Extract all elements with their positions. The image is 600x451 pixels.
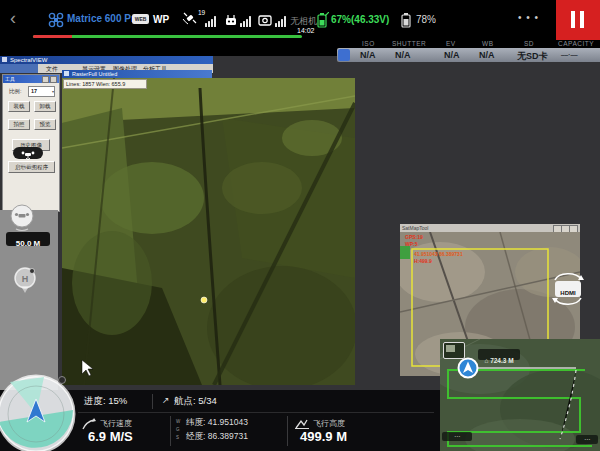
shutter-value[interactable]: N/A [395,50,411,60]
map-annotation-4: H:499.9 [414,258,432,265]
divider [170,416,171,446]
gps-signal-bars [205,16,216,27]
divider [152,394,153,409]
mission-progress-strip-done [33,35,72,38]
tool-dialog: 工具 比例: 17▾ 装载 卸载 拍照 预览 历史图像 启动截图程序 [2,74,60,212]
wb-label: WB [482,40,493,47]
altitude-label: 飞行高度 [313,418,345,429]
more-menu-button[interactable]: • • • [518,12,539,23]
divider [287,416,288,446]
desktop-app-titlebar: SpectralVIEW [0,56,213,64]
raster-status-chip: Lines: 1857 Wlen: 655.9 [63,79,147,89]
desktop-app-title: SpectralVIEW [10,57,47,63]
battery-main-value[interactable]: 67%(46.33V) [331,14,389,25]
back-button[interactable]: ‹ [10,8,16,29]
takeoff-button[interactable] [13,147,43,159]
taskbar-chip[interactable] [0,64,38,73]
dialog-button-1[interactable]: 装载 [8,101,30,112]
latitude-value: 纬度: 41.951043 [186,417,248,429]
waypoint-icon: ↗ [162,395,170,405]
remote-controller-icon[interactable] [224,13,238,27]
datum-wgs: WGS [176,418,180,442]
dialog-button-2[interactable]: 卸载 [34,101,56,112]
gimbal-dot [59,377,66,384]
camera-signal-bars [275,16,286,27]
app-icon [2,57,7,62]
minimap[interactable]: ⌂ 724.3 M ⋯ ⋯ [440,339,600,451]
camera-settings-values: N/A N/A N/A N/A 无SD卡 ‒‒·‒‒ [337,48,600,62]
altitude-tag: 50.0 M [6,232,50,246]
divider [78,412,434,413]
pause-icon [571,11,575,28]
ev-label: EV [446,40,456,47]
map-annotation-3: 41.951043 86.389731 [414,251,463,258]
hdmi-chip: HDMI [555,281,581,297]
mission-progress: 进度: 15% [84,395,127,408]
hdmi-label: HDMI [560,290,575,296]
sd-label: SD [524,40,534,47]
home-pin-icon: H [12,266,38,296]
dialog-minimize-button[interactable] [42,76,49,83]
link-badge: WEB [132,14,149,24]
mission-progress-strip [33,35,302,38]
home-icon: ⌂ [484,357,488,364]
battery-main-icon [315,12,329,28]
map-window-title: SatMapTool [402,225,428,231]
raster-window-icon [64,71,69,76]
aircraft-logo-icon [48,12,64,28]
hdmi-widget[interactable]: HDMI [550,268,586,310]
scale-spinner[interactable]: 17▾ [28,86,55,97]
dialog-button-3[interactable]: 拍照 [8,119,30,130]
app-root: SpectralVIEW 文件 显示设置 图像处理 分析工具 工具 比例: 17… [0,0,600,451]
ev-value[interactable]: N/A [444,50,460,60]
longitude-value: 经度: 86.389731 [186,431,248,443]
dialog-button-4[interactable]: 预览 [34,119,56,130]
pause-mission-button[interactable] [556,0,600,40]
minimap-tag-right: ⋯ [576,435,598,444]
battery-rc-icon [400,12,412,28]
tool-dialog-titlebar[interactable]: 工具 [3,75,59,83]
speed-label: 飞行速度 [100,418,132,429]
return-home-drone-icon [8,204,36,232]
raster-window-titlebar[interactable]: RasterFull Untitled [62,70,212,78]
svg-text:H: H [22,274,29,284]
raster-window-title: RasterFull Untitled [72,71,117,77]
settings-blue-chip[interactable] [338,49,350,61]
capacity-value: ‒‒·‒‒ [561,51,578,58]
aerial-image[interactable] [62,78,355,385]
gps-count: 19 [198,9,205,16]
top-status-bar: ‹ Matrice 600 Pro WEB WP 19 无相机 [0,0,600,40]
dialog-close-button[interactable] [50,76,57,83]
camera-settings-labels: ISO SHUTTER EV WB SD CAPACITY [337,40,600,48]
wb-value[interactable]: N/A [479,50,495,60]
scale-label: 比例: [9,88,22,95]
rc-signal-bars [240,16,251,27]
map-annotation-1: GPS:19 [405,234,423,241]
aircraft-title[interactable]: Matrice 600 Pro [67,13,141,24]
altitude-tag-value: 50.0 M [16,239,40,248]
map-annotation-2: WP:5 [405,241,418,248]
home-point-pin[interactable]: H [12,266,38,296]
flight-mode[interactable]: WP [153,14,169,25]
home-distance-tag: ⌂ 724.3 M [478,349,520,360]
waypoint-progress: 航点: 5/34 [174,395,217,408]
camera-icon[interactable] [258,14,272,26]
gps-satellite-icon[interactable] [182,11,198,27]
altitude-value: 499.9 M [300,429,347,444]
menu-item-file[interactable]: 文件 [46,65,58,74]
raster-status-text: Lines: 1857 Wlen: 655.9 [64,80,146,88]
mission-time: 14:02 [297,27,315,34]
iso-label: ISO [362,40,375,47]
return-home-button[interactable] [8,204,36,232]
landing-waves-icon [16,160,40,175]
battery-rc-value: 78% [416,14,436,25]
raster-window: RasterFull Untitled Lines: 1857 Wlen: 65… [62,70,355,385]
map-layers-button[interactable] [443,342,465,359]
sd-value: 无SD卡 [517,50,548,63]
attitude-compass[interactable] [0,370,82,451]
iso-value[interactable]: N/A [360,50,376,60]
home-distance-value: 724.3 M [490,357,514,364]
shutter-label: SHUTTER [392,40,426,47]
tool-dialog-title: 工具 [5,76,15,82]
minimap-tag-left: ⋯ [442,432,472,441]
